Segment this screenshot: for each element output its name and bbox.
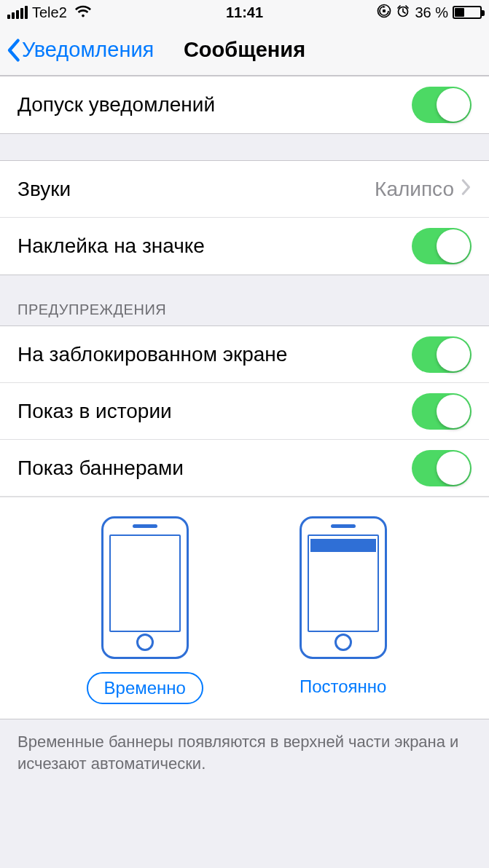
toggle-lock-screen[interactable] [412, 336, 472, 373]
row-label: На заблокированном экране [17, 343, 412, 366]
phone-icon-persistent [300, 516, 387, 659]
toggle-badge[interactable] [412, 228, 472, 264]
battery-text: 36 % [415, 4, 448, 21]
row-banners[interactable]: Показ баннерами [0, 440, 489, 497]
banner-option-persistent[interactable]: Постоянно [283, 516, 403, 704]
wifi-icon [74, 4, 92, 21]
banner-option-temporary[interactable]: Временно [87, 516, 203, 704]
status-time: 11:41 [165, 4, 324, 21]
section-header-alerts: ПРЕДУПРЕЖДЕНИЯ [0, 275, 489, 326]
chevron-left-icon [6, 38, 20, 63]
row-label: Допуск уведомлений [17, 93, 412, 117]
row-label: Показ баннерами [17, 457, 412, 480]
orientation-lock-icon [377, 4, 391, 22]
row-label: Наклейка на значке [17, 234, 412, 258]
banner-option-label: Временно [87, 672, 203, 704]
status-bar: Tele2 11:41 36 % [0, 0, 489, 25]
banner-option-label: Постоянно [283, 672, 403, 701]
row-allow-notifications[interactable]: Допуск уведомлений [0, 76, 489, 133]
row-value: Калипсо [375, 178, 454, 201]
toggle-allow-notifications[interactable] [412, 87, 472, 123]
phone-icon-temporary [101, 516, 189, 659]
chevron-right-icon [461, 178, 472, 201]
battery-icon [453, 6, 482, 19]
page-title: Сообщения [184, 38, 305, 62]
signal-icon [7, 6, 28, 19]
battery-fill [455, 8, 464, 17]
toggle-history[interactable] [412, 393, 472, 430]
svg-rect-1 [383, 9, 386, 12]
row-badge[interactable]: Наклейка на значке [0, 218, 489, 275]
toggle-banners[interactable] [412, 450, 472, 486]
carrier-label: Tele2 [32, 4, 67, 21]
nav-bar: Уведомления Сообщения [0, 25, 489, 76]
banner-style-picker: Временно Постоянно [0, 497, 489, 719]
row-history[interactable]: Показ в истории [0, 383, 489, 440]
back-label: Уведомления [22, 38, 154, 62]
back-button[interactable]: Уведомления [6, 38, 154, 63]
row-lock-screen[interactable]: На заблокированном экране [0, 326, 489, 383]
row-sounds[interactable]: Звуки Калипсо [0, 161, 489, 218]
alarm-icon [396, 4, 410, 22]
row-label: Звуки [17, 178, 375, 201]
footer-note: Временные баннеры появляются в верхней ч… [0, 719, 489, 789]
row-label: Показ в истории [17, 400, 412, 423]
